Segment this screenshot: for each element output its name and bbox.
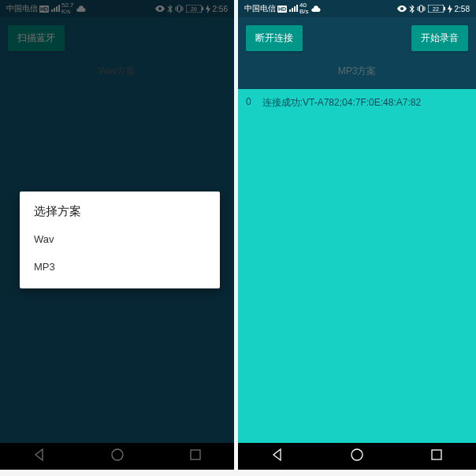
- recent-icon[interactable]: [430, 448, 444, 465]
- net-unit: B/s: [299, 9, 309, 15]
- disconnect-button[interactable]: 断开连接: [246, 25, 303, 51]
- select-scheme-dialog: 选择方案 Wav MP3: [20, 192, 220, 288]
- charging-icon: [448, 5, 452, 13]
- svg-text:22: 22: [433, 6, 439, 12]
- hd-icon: HD: [277, 6, 287, 13]
- phone-left: 中国电信 HD 52.7 K/s: [0, 0, 234, 470]
- start-record-button[interactable]: 开始录音: [411, 25, 468, 51]
- scheme-label: MP3方案: [238, 51, 476, 89]
- svg-rect-12: [444, 7, 445, 10]
- svg-text:HD: HD: [278, 6, 286, 12]
- battery-icon: 22: [428, 5, 445, 13]
- button-row: 断开连接 开始录音: [238, 17, 476, 51]
- dialog-title: 选择方案: [20, 204, 220, 225]
- signal-icon: [288, 5, 298, 13]
- dialog-item-mp3[interactable]: MP3: [20, 253, 220, 281]
- status-bar: 中国电信 HD 40 B/s: [238, 0, 476, 17]
- vibrate-icon: [417, 5, 426, 13]
- cloud-icon: [311, 6, 321, 13]
- eye-icon: [397, 6, 407, 12]
- svg-point-14: [351, 449, 363, 460]
- home-icon[interactable]: [350, 448, 364, 465]
- log-index: 0: [246, 96, 251, 110]
- bluetooth-icon: [409, 5, 415, 13]
- log-text: 连接成功:VT-A782;04:7F:0E:48:A7:82: [262, 96, 421, 110]
- log-area[interactable]: 0 连接成功:VT-A782;04:7F:0E:48:A7:82: [238, 89, 476, 443]
- back-icon[interactable]: [270, 448, 284, 465]
- phone-right: 中国电信 HD 40 B/s: [238, 0, 476, 470]
- navigation-bar: [238, 443, 476, 470]
- time-text: 2:58: [455, 5, 470, 13]
- dialog-item-wav[interactable]: Wav: [20, 225, 220, 253]
- carrier-text: 中国电信: [244, 3, 276, 14]
- svg-rect-10: [419, 6, 422, 12]
- log-line: 0 连接成功:VT-A782;04:7F:0E:48:A7:82: [238, 89, 476, 117]
- svg-rect-15: [432, 450, 441, 459]
